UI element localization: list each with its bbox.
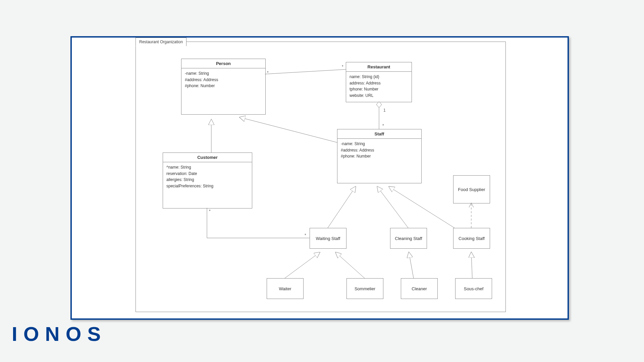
class-waiting-staff: Waiting Staff [310,228,346,249]
class-person-name: Person [181,59,265,68]
mult-cust-wait-wait: * [305,233,306,238]
svg-line-4 [328,187,356,228]
class-restaurant-attrs: name: String {id} address: Address tphon… [346,72,412,101]
package-frame: Restaurant Organization Person -name: St… [136,42,506,312]
class-staff: Staff -name: String #address: Address #p… [337,129,422,183]
class-person: Person -name: String #address: Address #… [181,59,266,115]
class-restaurant: Restaurant name: String {id} address: Ad… [346,62,412,102]
class-cooking-staff: Cooking Staff [453,228,490,249]
svg-line-0 [265,69,346,74]
svg-line-6 [389,187,454,228]
svg-line-5 [377,187,408,228]
class-staff-attrs: -name: String #address: Address #phone: … [337,139,421,162]
mult-rest-staff-rest: 1 [383,108,386,113]
svg-line-7 [285,252,320,278]
svg-line-8 [336,252,365,278]
class-cleaning-staff: Cleaning Staff [390,228,427,249]
class-person-attrs: -name: String #address: Address #phone: … [181,68,265,92]
class-customer: Customer ^name: String reservation: Date… [163,153,252,208]
class-customer-name: Customer [163,153,252,162]
class-food-supplier: Food Supplier [453,175,490,203]
class-staff-name: Staff [337,129,421,139]
mult-person-rest-person: * [267,70,269,75]
svg-line-9 [409,252,414,278]
mult-person-rest-rest: * [342,64,343,69]
brand-logo: IONOS [12,322,107,346]
class-waiter: Waiter [267,278,304,299]
class-sommelier: Sommelier [346,278,383,299]
class-sous-chef: Sous-chef [455,278,492,299]
package-label: Restaurant Organization [136,38,186,46]
mult-cust-wait-cust: * [209,209,211,214]
svg-line-10 [471,252,472,278]
svg-line-3 [240,117,337,142]
class-customer-attrs: ^name: String reservation: Date allergie… [163,162,252,192]
class-restaurant-name: Restaurant [346,62,412,72]
diagram-card: Restaurant Organization Person -name: St… [70,36,569,320]
mult-rest-staff-staff: * [382,123,384,128]
class-cleaner: Cleaner [401,278,438,299]
